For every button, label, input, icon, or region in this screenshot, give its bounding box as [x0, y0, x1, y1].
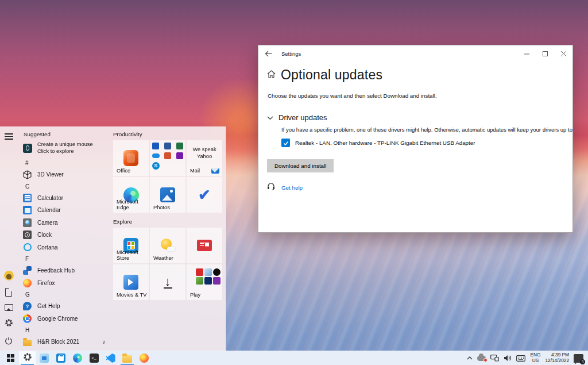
pictures-icon[interactable]	[5, 304, 13, 311]
start-button[interactable]	[2, 351, 19, 365]
app-item-calculator[interactable]: Calculator	[20, 192, 109, 205]
suggested-subtitle: Click to explore	[37, 148, 74, 154]
letter-header[interactable]: C	[20, 181, 109, 192]
feedback-hub-icon	[23, 266, 32, 275]
play-apps-cluster-icon	[196, 268, 220, 285]
app-item-camera[interactable]: Camera	[20, 217, 109, 229]
minimize-button[interactable]	[517, 45, 536, 62]
window-title: Settings	[281, 51, 301, 57]
chevron-up-icon[interactable]	[467, 356, 473, 360]
get-help-icon: ?	[23, 302, 32, 310]
download-install-button[interactable]: Download and install	[267, 159, 334, 172]
tile-office-apps[interactable]: S	[150, 140, 185, 176]
display-icon[interactable]	[490, 355, 499, 362]
tile-movies-tv[interactable]: Movies & TV	[113, 264, 149, 300]
power-icon[interactable]	[5, 337, 13, 347]
tile-photos[interactable]: Photos	[150, 177, 185, 213]
office-icon	[123, 150, 138, 166]
suggested-title: Create a unique mouse	[37, 141, 93, 147]
edge-icon	[73, 354, 82, 363]
maximize-button[interactable]	[536, 45, 554, 62]
app-item-clock[interactable]: Clock	[20, 229, 109, 241]
mouse-icon	[23, 144, 32, 153]
tile-download[interactable]: ↓	[150, 264, 185, 300]
letter-header[interactable]: F	[20, 253, 109, 264]
suggested-item[interactable]: Create a unique mouse Click to explore	[20, 139, 109, 157]
tile-play[interactable]: Play	[187, 264, 222, 300]
home-icon	[267, 70, 276, 80]
expand-chevron-icon[interactable]: ∨	[102, 339, 106, 345]
start-menu-tiles: Productivity Office S We speak Y	[109, 126, 226, 351]
tile-mail[interactable]: We speak Yahoo Mail	[187, 140, 222, 176]
3d-viewer-icon	[22, 170, 32, 179]
tile-group-label: Productivity	[113, 130, 222, 139]
settings-gear-icon[interactable]	[5, 318, 13, 329]
taskbar-terminal[interactable]: >_	[86, 351, 102, 365]
language-indicator[interactable]: ENG US	[530, 352, 540, 363]
driver-checkbox[interactable]	[281, 139, 290, 147]
start-menu-rail	[0, 126, 17, 351]
driver-updates-section[interactable]: Driver updates	[267, 113, 572, 122]
desktop: Settings Optional updates Choose the upd…	[0, 0, 588, 365]
suggested-header: Suggested	[20, 130, 109, 139]
taskbar-photos[interactable]	[36, 351, 52, 365]
mail-icon	[211, 168, 219, 174]
letter-header[interactable]: G	[20, 289, 109, 300]
tile-microsoft-store[interactable]: Microsoft Store	[113, 228, 149, 263]
calculator-icon	[23, 194, 32, 202]
app-item-get-help[interactable]: ? Get Help	[20, 300, 109, 313]
taskbar-file-explorer[interactable]	[119, 351, 136, 365]
app-item-hr-block[interactable]: H&R Block 2021 ∨	[20, 336, 109, 348]
taskbar-settings[interactable]	[19, 351, 36, 365]
movies-tv-icon	[123, 275, 138, 290]
settings-gear-icon	[23, 352, 32, 364]
camera-icon	[23, 218, 32, 227]
clock[interactable]: 4:39 PM 12/14/2022	[545, 352, 569, 363]
chevron-down-icon	[267, 113, 273, 122]
notifications-icon[interactable]: 3	[574, 354, 583, 363]
system-tray: ENG US 4:39 PM 12/14/2022 3	[467, 351, 588, 365]
firefox-icon	[140, 354, 149, 363]
documents-icon[interactable]	[5, 288, 12, 297]
tile-news[interactable]	[187, 228, 222, 263]
app-item-calendar[interactable]: Calendar	[20, 204, 109, 217]
letter-header[interactable]: H	[20, 325, 109, 336]
section-title: Driver updates	[278, 113, 327, 122]
tile-office[interactable]: Office	[113, 140, 149, 176]
app-item-google-chrome[interactable]: Google Chrome	[20, 313, 109, 325]
windows-logo-icon	[7, 354, 15, 362]
app-item-feedback-hub[interactable]: Feedback Hub	[20, 264, 109, 277]
tile-todo[interactable]: ✔	[187, 177, 222, 213]
back-button[interactable]	[258, 45, 278, 62]
taskbar-vscode[interactable]	[102, 351, 119, 365]
titlebar: Settings	[258, 45, 572, 62]
keyboard-icon[interactable]	[516, 355, 525, 362]
headset-icon	[267, 182, 275, 193]
get-help-link[interactable]: Get help	[281, 185, 303, 191]
volume-icon[interactable]	[504, 355, 512, 362]
todo-check-icon: ✔	[198, 186, 211, 204]
taskbar-firefox[interactable]	[136, 351, 152, 365]
app-item-3d-viewer[interactable]: 3D Viewer	[20, 168, 109, 181]
vscode-icon	[106, 354, 115, 363]
microsoft-store-icon	[56, 354, 65, 363]
weather-icon	[160, 238, 175, 253]
user-avatar[interactable]	[4, 271, 14, 281]
start-menu: Suggested Create a unique mouse Click to…	[0, 126, 226, 351]
intro-text: Choose the updates you want and then sel…	[268, 93, 572, 99]
hamburger-icon[interactable]	[5, 133, 13, 140]
terminal-icon: >_	[90, 354, 99, 363]
app-item-firefox[interactable]: Firefox	[20, 277, 109, 290]
taskbar-microsoft-store[interactable]	[52, 351, 69, 365]
letter-header[interactable]: #	[20, 157, 109, 168]
tray-date: 12/14/2022	[545, 358, 569, 363]
folder-icon	[23, 340, 32, 346]
tile-microsoft-edge[interactable]: Microsoft Edge	[113, 177, 149, 213]
app-item-cortana[interactable]: Cortana	[20, 241, 109, 254]
close-button[interactable]	[554, 45, 572, 62]
taskbar-edge[interactable]	[69, 351, 86, 365]
onedrive-icon[interactable]	[477, 356, 486, 361]
section-description: If you have a specific problem, one of t…	[281, 126, 572, 133]
tray-time: 4:39 PM	[551, 352, 569, 358]
tile-weather[interactable]: Weather	[150, 228, 185, 263]
